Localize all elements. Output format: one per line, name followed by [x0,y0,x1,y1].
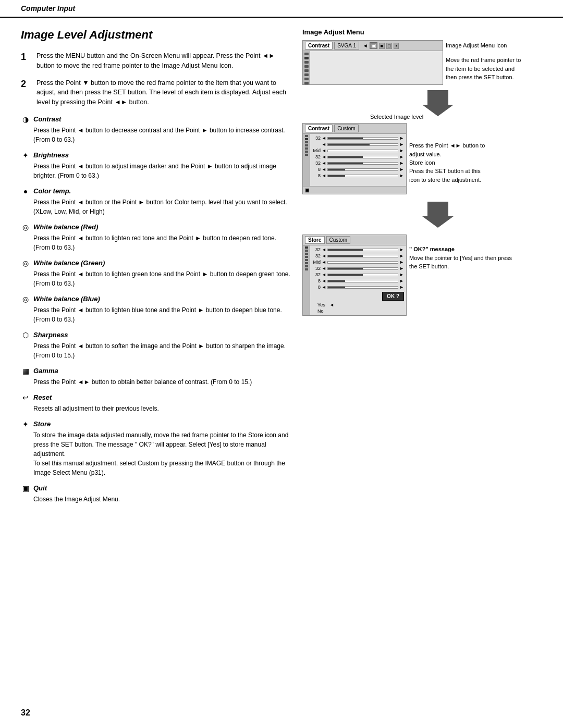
slider-bar-4 [327,156,398,158]
p3-slider-val-4: 32 [312,266,321,271]
slider-left-arrow-3[interactable]: ◄ [322,148,326,153]
p3-left-4[interactable]: ◄ [322,266,326,271]
reset-body: Resets all adjustment to their previous … [21,404,292,413]
p3-right-3[interactable]: ► [399,260,404,265]
panel1-tab1: Contrast [305,42,333,50]
p3-slider-bar-7 [327,286,398,289]
section-store: ✦ Store To store the image data adjusted… [21,419,292,477]
p3-left-3[interactable]: ◄ [322,260,326,265]
store-annotation-text: Press the SET button at thisicon to stor… [409,167,513,184]
slider-left-arrow-2[interactable]: ◄ [322,142,326,147]
left-column: Image Level Adjustment 1 Press the MENU … [21,28,292,510]
reset-title: Reset [33,393,52,401]
p3-right-5[interactable]: ► [399,272,404,277]
panel3-tab1: Store [305,236,325,244]
yes-arrow[interactable]: ◄ [329,302,334,307]
slider-bar-7 [327,175,398,177]
store-icon: ✦ [21,419,30,429]
down-arrow-2 [334,202,542,229]
main-content: Image Level Adjustment 1 Press the MENU … [0,18,563,531]
wb-green-body: Press the Point ◄ button to lighten gree… [21,269,292,288]
p3-right-4[interactable]: ► [399,266,404,271]
slider-left-arrow-6[interactable]: ◄ [322,167,326,172]
section-wb-red-header: ◎ White balance (Red) [21,223,292,232]
wb-red-title: White balance (Red) [33,223,98,231]
slider-left-arrow-7[interactable]: ◄ [322,173,326,178]
p3-left-1[interactable]: ◄ [322,247,326,252]
right-panel-title: Image Adjust Menu [302,28,542,36]
selected-image-level-label: Selected Image level [370,114,423,120]
p3-left-7[interactable]: ◄ [322,285,326,290]
store-icon-label: ▣ [305,188,310,193]
contrast-title: Contrast [33,115,61,123]
step-1-number: 1 [21,51,31,71]
section-color-temp-header: ● Color temp. [21,187,292,196]
section-gamma: ▦ Gamma Press the Point ◄► button to obt… [21,366,292,387]
down-arrow-svg-1 [422,90,454,116]
panel2-tab2: Custom [334,125,358,132]
slider-bar-6 [327,168,398,171]
slider-right-arrow-2[interactable]: ► [399,142,404,147]
section-gamma-header: ▦ Gamma [21,366,292,376]
slider-fill-1 [328,138,363,139]
p3-left-2[interactable]: ◄ [322,253,326,258]
p3-right-1[interactable]: ► [399,247,404,252]
panel2-tab1: Contrast [305,125,333,132]
slider-left-arrow-1[interactable]: ◄ [322,135,326,141]
contrast-body: Press the Point ◄ button to decrease con… [21,126,292,144]
brightness-icon: ✦ [21,151,30,160]
section-wb-red: ◎ White balance (Red) Press the Point ◄ … [21,223,292,252]
panel1-body [310,51,443,84]
ok-button-row: OK ? [312,292,404,301]
panel1: Contrast SVGA 1 ◄ ▣ ■ □ ▪ [302,40,443,85]
slider-right-arrow-5[interactable]: ► [399,161,404,166]
slider-right-arrow-4[interactable]: ► [399,154,404,159]
panel2-annotation-text: Press the Point ◄► button toadjust value… [409,141,503,158]
p3-left-6[interactable]: ◄ [322,278,326,283]
panel1-empty [313,53,439,59]
sidebar-item-active [305,138,308,140]
step-1-text: Press the MENU button and the On-Screen … [36,51,292,71]
slider-val-5: 32 [312,161,321,166]
store-title: Store [33,420,51,428]
header-bar: Computer Input [0,0,563,18]
store-row: ▣ [303,186,406,194]
slider-right-arrow-6[interactable]: ► [399,167,404,172]
p3-slider-val-3: Mid [312,260,321,265]
color-temp-body: Press the Point ◄ button or the Point ► … [21,198,292,216]
p3-right-7[interactable]: ► [399,285,404,290]
wb-blue-body: Press the Point ◄ button to lighten blue… [21,305,292,324]
p3-right-6[interactable]: ► [399,278,404,283]
section-wb-blue-header: ◎ White balance (Blue) [21,294,292,304]
panel2-wrapper: Selected Image level Contrast Custom [302,123,542,194]
store-icon-label-text: Store icon [409,158,513,167]
panel3-wrapper: Store Custom [302,235,542,316]
slider-right-arrow-1[interactable]: ► [399,135,404,141]
panel2-sidebar [303,134,310,186]
section-contrast: ◑ Contrast Press the Point ◄ button to d… [21,115,292,144]
panel1-tab2: SVGA 1 [334,42,359,50]
section-reset-header: ↩ Reset [21,393,292,402]
sidebar-item [305,141,308,143]
panel3-tab2: Custom [326,236,350,244]
section-brightness: ✦ Brightness Press the Point ◄ button to… [21,151,292,180]
panel1-sidebar [303,51,310,84]
slider-left-arrow-5[interactable]: ◄ [322,161,326,166]
p3-right-2[interactable]: ► [399,253,404,258]
slider-right-arrow-7[interactable]: ► [399,173,404,178]
panel3-body: 32 ◄ ► 32 ◄ [310,245,406,315]
svg-marker-0 [422,90,454,116]
p3-fill-6 [328,280,346,282]
panel2-body: 32 ◄ ► ◄ [310,134,406,186]
step-2: 2 Press the Point ▼ button to move the r… [21,78,292,107]
yes-row: Yes ◄ [312,302,404,307]
slider-left-arrow-4[interactable]: ◄ [322,154,326,159]
slider-right-arrow-3[interactable]: ► [399,148,404,153]
p3-left-5[interactable]: ◄ [322,272,326,277]
slider-bar-5 [327,162,398,165]
p3-slider-bar-5 [327,274,398,276]
ok-button[interactable]: OK ? [382,292,404,301]
section-quit: ▣ Quit Closes the Image Adjust Menu. [21,484,292,504]
sidebar-item [304,61,309,64]
section-brightness-header: ✦ Brightness [21,151,292,160]
